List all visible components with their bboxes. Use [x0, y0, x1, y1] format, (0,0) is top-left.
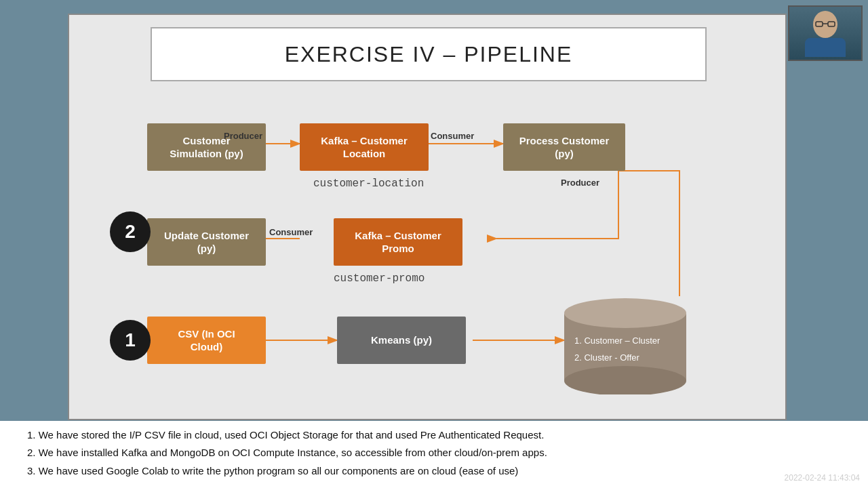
kafka-customer-location-box: Kafka – Customer Location [300, 123, 429, 171]
kafka-customer-promo-box: Kafka – Customer Promo [334, 218, 462, 266]
csv-oci-box: CSV (In OCI Cloud) [147, 317, 266, 364]
process-customer-box: Process Customer (py) [503, 123, 625, 171]
circle-1: 1 [110, 320, 151, 361]
note-3: 3. We have used Google Colab to write th… [27, 464, 841, 479]
kmeans-box: Kmeans (py) [337, 317, 466, 364]
circle-2: 2 [110, 211, 151, 252]
note-2: 2. We have installed Kafka and MongoDB o… [27, 445, 841, 461]
producer-label-2: Producer [561, 178, 599, 188]
consumer-label-1: Consumer [431, 131, 474, 141]
svg-point-9 [564, 366, 686, 394]
database-cylinder: 1. Customer – Cluster 2. Cluster - Offer [557, 293, 693, 394]
slide-container: EXERCISE IV – PIPELINE [68, 14, 787, 420]
producer-label-1: Producer [224, 131, 262, 141]
webcam-overlay [788, 5, 863, 61]
svg-point-8 [564, 298, 686, 328]
title-box: EXERCISE IV – PIPELINE [151, 27, 707, 81]
svg-text:1.   Customer – Cluster: 1. Customer – Cluster [574, 336, 660, 346]
webcam-person-icon [798, 9, 852, 57]
topic-customer-location-label: customer-location [313, 178, 424, 190]
timestamp: 2022-02-24 11:43:04 [785, 473, 860, 483]
note-1: 1. We have stored the I/P CSV file in cl… [27, 428, 841, 443]
topic-customer-promo-label: customer-promo [334, 272, 425, 285]
svg-rect-13 [805, 38, 846, 57]
svg-point-12 [813, 11, 837, 38]
bottom-notes: 1. We have stored the I/P CSV file in cl… [0, 421, 868, 489]
diagram-area: 2 1 Customer Simulation (py) Producer Ka… [90, 93, 768, 411]
update-customer-box: Update Customer (py) [147, 218, 266, 266]
svg-text:2.   Cluster - Offer: 2. Cluster - Offer [574, 352, 640, 363]
consumer-label-2: Consumer [269, 227, 313, 237]
slide-title: EXERCISE IV – PIPELINE [285, 42, 573, 67]
